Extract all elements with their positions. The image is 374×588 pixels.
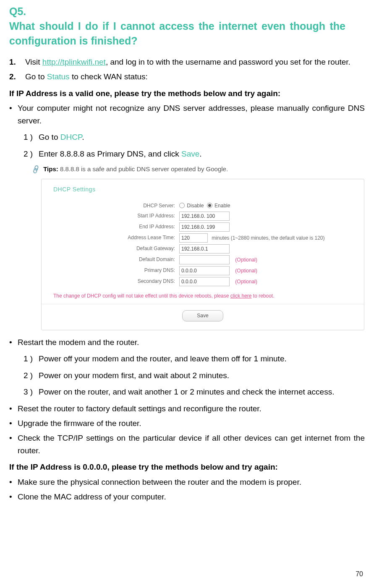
label-secondary-dns: Secondary DNS: bbox=[53, 277, 179, 285]
restart-substeps: 1 ) Power off your modem and the router,… bbox=[24, 353, 365, 398]
bullet-upgrade: • Upgrade the firmware of the router. bbox=[9, 417, 365, 429]
substep-primary-dns: 2 ) Enter 8.8.8.8 as Primary DNS, and cl… bbox=[24, 148, 365, 160]
bullet-reset-text: Reset the router to factory default sett… bbox=[18, 404, 262, 413]
bullet-restart: • Restart the modem and the router. 1 ) … bbox=[9, 336, 365, 398]
step-1: 1. Visit http://tplinkwifi.net, and log … bbox=[9, 56, 365, 68]
step-1-prefix: Visit bbox=[25, 57, 42, 66]
dhcp-text: DHCP bbox=[60, 133, 82, 141]
field-dhcp-server: Disable Enable bbox=[179, 202, 230, 210]
zero-ip-header: If the IP Address is 0.0.0.0, please try… bbox=[9, 461, 365, 473]
substep-1-marker: 1 ) bbox=[24, 131, 33, 143]
step-2-prefix: Go to bbox=[25, 72, 47, 81]
restart-1-text: Power off your modem and the router, and… bbox=[39, 354, 287, 363]
label-domain: Default Domain: bbox=[53, 256, 179, 264]
field-secondary-dns: (Optional) bbox=[179, 277, 257, 286]
page: Q5. What should I do if I cannot access … bbox=[0, 0, 374, 588]
question-text: What should I do if I cannot access the … bbox=[9, 19, 345, 48]
field-start-ip bbox=[179, 212, 230, 221]
radio-disable-label: Disable bbox=[187, 203, 204, 209]
tips-text: 8.8.8.8 is a safe and public DNS server … bbox=[58, 165, 228, 172]
page-number: 70 bbox=[356, 569, 363, 580]
tplinkwifi-link[interactable]: http://tplinkwifi.net bbox=[42, 57, 106, 66]
figure-title: DHCP Settings bbox=[53, 185, 352, 194]
bullet-upgrade-text: Upgrade the firmware of the router. bbox=[18, 419, 141, 428]
row-gateway: Default Gateway: bbox=[53, 244, 352, 253]
input-end-ip[interactable] bbox=[179, 222, 230, 232]
label-start-ip: Start IP Address: bbox=[53, 212, 179, 220]
reboot-link[interactable]: click here bbox=[230, 293, 252, 299]
row-primary-dns: Primary DNS: (Optional) bbox=[53, 266, 352, 275]
bullet-dns-config: • Your computer might not recognize any … bbox=[9, 102, 365, 330]
label-end-ip: End IP Address: bbox=[53, 223, 179, 231]
bullet-icon: • bbox=[9, 336, 12, 348]
bullet-clone-mac: • Clone the MAC address of your computer… bbox=[9, 491, 365, 503]
radio-enable-label: Enable bbox=[214, 203, 230, 209]
row-lease: Address Lease Time: minutes (1~2880 minu… bbox=[53, 233, 352, 243]
input-gateway[interactable] bbox=[179, 244, 230, 253]
restart-2-text: Power on your modem first, and wait abou… bbox=[39, 371, 229, 380]
figure-divider bbox=[42, 304, 364, 304]
bullet-icon: • bbox=[9, 417, 12, 429]
restart-step-3: 3 ) Power on the router, and wait anothe… bbox=[24, 386, 365, 398]
bullet-icon: • bbox=[9, 432, 12, 444]
main-step-list: 1. Visit http://tplinkwifi.net, and log … bbox=[9, 56, 365, 83]
bullet-physical: • Make sure the physical connection betw… bbox=[9, 476, 365, 488]
label-dhcp-server: DHCP Server: bbox=[53, 202, 179, 210]
radio-enable[interactable] bbox=[207, 203, 212, 208]
restart-step-2: 2 ) Power on your modem first, and wait … bbox=[24, 369, 365, 382]
dhcp-warning: The change of DHCP config will not take … bbox=[53, 292, 352, 300]
substep-1-suffix: . bbox=[82, 133, 84, 141]
input-secondary-dns[interactable] bbox=[179, 277, 230, 286]
label-primary-dns: Primary DNS: bbox=[53, 267, 179, 274]
radio-disable[interactable] bbox=[179, 203, 185, 208]
input-start-ip[interactable] bbox=[179, 212, 230, 221]
step-2-marker: 2. bbox=[9, 71, 16, 83]
input-domain[interactable] bbox=[179, 255, 230, 264]
restart-1-marker: 1 ) bbox=[24, 353, 33, 365]
substep-2-marker: 2 ) bbox=[24, 148, 33, 160]
field-lease: minutes (1~2880 minutes, the default val… bbox=[179, 233, 325, 243]
step-2: 2. Go to Status to check WAN status: bbox=[9, 71, 365, 83]
row-start-ip: Start IP Address: bbox=[53, 212, 352, 221]
bullet-icon: • bbox=[9, 491, 12, 503]
row-end-ip: End IP Address: bbox=[53, 222, 352, 232]
bullet-restart-text: Restart the modem and the router. bbox=[18, 338, 139, 347]
bullet-icon: • bbox=[9, 402, 12, 415]
row-dhcp-server: DHCP Server: Disable Enable bbox=[53, 202, 352, 210]
label-lease: Address Lease Time: bbox=[53, 234, 179, 242]
bullet-dns-text: Your computer might not recognize any DN… bbox=[18, 104, 365, 125]
sdns-optional: (Optional) bbox=[235, 279, 257, 285]
input-primary-dns[interactable] bbox=[179, 266, 230, 275]
step-1-marker: 1. bbox=[9, 56, 16, 68]
lease-suffix: minutes (1~2880 minutes, the default val… bbox=[212, 235, 324, 241]
restart-2-marker: 2 ) bbox=[24, 369, 33, 382]
bullets-restart: • Restart the modem and the router. 1 ) … bbox=[9, 336, 365, 398]
field-gateway bbox=[179, 244, 230, 253]
save-text: Save bbox=[181, 149, 199, 158]
bullet-tcpip-text: Check the TCP/IP settings on the particu… bbox=[18, 434, 365, 455]
warn-prefix: The change of DHCP config will not take … bbox=[53, 293, 230, 299]
question-label: Q5. bbox=[9, 4, 26, 19]
restart-3-marker: 3 ) bbox=[24, 386, 33, 398]
field-domain: (Optional) bbox=[179, 255, 257, 264]
bullet-clone-mac-text: Clone the MAC address of your computer. bbox=[18, 492, 166, 501]
bullet-reset: • Reset the router to factory default se… bbox=[9, 402, 365, 415]
bullets-other: • Reset the router to factory default se… bbox=[9, 402, 365, 457]
substep-2-suffix: . bbox=[199, 149, 201, 158]
pdns-optional: (Optional) bbox=[235, 268, 257, 274]
valid-ip-header: If IP Address is a valid one, please try… bbox=[9, 87, 365, 99]
dhcp-settings-figure: DHCP Settings DHCP Server: Disable Enabl… bbox=[41, 179, 364, 330]
label-gateway: Default Gateway: bbox=[53, 245, 179, 253]
paperclip-icon: 🔗 bbox=[30, 163, 42, 175]
bullets-dns: • Your computer might not recognize any … bbox=[9, 102, 365, 330]
substep-2-prefix: Enter 8.8.8.8 as Primary DNS, and click bbox=[39, 149, 181, 158]
tips-label: Tips: bbox=[43, 165, 58, 172]
dns-substeps: 1 ) Go to DHCP. 2 ) Enter 8.8.8.8 as Pri… bbox=[24, 131, 365, 160]
save-button[interactable]: Save bbox=[182, 310, 223, 321]
warn-suffix: to reboot. bbox=[251, 293, 274, 299]
domain-optional: (Optional) bbox=[235, 257, 257, 263]
status-link: Status bbox=[47, 72, 70, 81]
input-lease[interactable] bbox=[179, 233, 208, 243]
question-header: Q5. What should I do if I cannot access … bbox=[9, 4, 365, 48]
field-end-ip bbox=[179, 222, 230, 232]
